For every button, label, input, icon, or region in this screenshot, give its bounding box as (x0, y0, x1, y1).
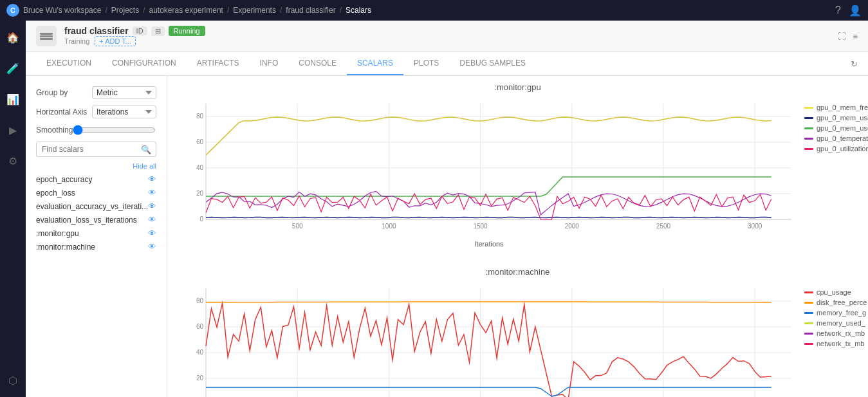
machine-legend-label-mem-free: memory_free_g (817, 309, 866, 317)
sidebar-models-icon[interactable]: ▶ (3, 120, 23, 140)
gpu-legend-label-temp: gpu_0_temperatur (817, 134, 868, 142)
tab-configuration[interactable]: CONFIGURATION (102, 52, 187, 75)
visibility-icon-eval-loss[interactable]: 👁 (148, 215, 156, 225)
sep2: / (143, 6, 145, 15)
refresh-icon[interactable]: ↻ (851, 59, 858, 69)
logo[interactable]: C (6, 4, 19, 17)
sidebar-pipelines-icon[interactable]: ⚙ (3, 151, 23, 171)
smoothing-controls: 0 (73, 125, 167, 135)
breadcrumb-experiment[interactable]: autokeras experiment (149, 6, 223, 15)
sidebar-experiments-icon[interactable]: 🧪 (3, 58, 23, 78)
tab-artifacts[interactable]: ARTIFACTS (187, 52, 250, 75)
gpu-legend-label-mem-usag: gpu_0_mem_usag (817, 114, 868, 122)
sep1: / (105, 6, 107, 15)
breadcrumb-experiments[interactable]: Experiments (233, 6, 276, 15)
gpu-legend-util: gpu_0_utilization (804, 145, 868, 152)
breadcrumb-projects[interactable]: Projects (111, 6, 139, 15)
tab-execution[interactable]: EXECUTION (36, 52, 102, 75)
gpu-legend-label-mem-used: gpu_0_mem_used (817, 124, 868, 132)
main-layout: 🏠 🧪 📊 ▶ ⚙ ⬡ fraud classifier ID ⊞ Runnin… (0, 21, 868, 397)
badge-id: ID (133, 26, 147, 35)
machine-legend-mem-used: memory_used_ (804, 319, 868, 327)
gpu-legend-color-mem-free (804, 107, 813, 109)
machine-chart-title: :monitor:machine (180, 267, 855, 277)
experiment-subtitle: Training (64, 37, 89, 45)
sep3: / (227, 6, 229, 15)
scalar-name-eval-accuracy: evaluation_accuracy_vs_iterati... (36, 202, 148, 211)
machine-legend-color-cpu (804, 291, 813, 293)
gpu-legend-color-util (804, 148, 813, 150)
tab-plots[interactable]: PLOTS (403, 52, 449, 75)
scalar-item-monitor-gpu: :monitor:gpu 👁 (36, 226, 156, 240)
header-bar: fraud classifier ID ⊞ Running Training +… (26, 21, 868, 52)
gpu-chart-section: :monitor:gpu Iterations gpu_0_mem_free_ (180, 82, 855, 248)
help-icon[interactable]: ? (835, 5, 841, 16)
chart-area: :monitor:gpu Iterations gpu_0_mem_free_ (167, 76, 868, 397)
group-by-row: Group by Metric None (36, 86, 156, 99)
sidebar-icons: 🏠 🧪 📊 ▶ ⚙ ⬡ (0, 21, 26, 397)
horizontal-axis-select[interactable]: Iterations Time Epochs (92, 106, 156, 118)
scalar-item-epoch-loss: epoch_loss 👁 (36, 186, 156, 199)
group-by-select[interactable]: Metric None (92, 86, 156, 99)
visibility-icon-monitor-machine[interactable]: 👁 (148, 242, 156, 252)
content-area: fraud classifier ID ⊞ Running Training +… (26, 21, 868, 397)
tab-scalars[interactable]: SCALARS (347, 52, 403, 75)
sep5: / (340, 6, 342, 15)
sidebar-home-icon[interactable]: 🏠 (3, 27, 23, 48)
sidebar-scalars-icon[interactable]: 📊 (3, 89, 23, 109)
breadcrumb-classifier[interactable]: fraud classifier (286, 6, 335, 15)
experiment-title: fraud classifier (64, 26, 129, 36)
scalar-name-eval-loss: evaluation_loss_vs_iterations (36, 216, 137, 225)
scalar-name-monitor-machine: :monitor:machine (36, 243, 95, 252)
user-icon[interactable]: 👤 (849, 5, 862, 17)
sidebar-github-icon[interactable]: ⬡ (3, 370, 23, 391)
tab-console[interactable]: CONSOLE (288, 52, 347, 75)
left-panel: Group by Metric None Horizontal Axis Ite… (26, 76, 167, 397)
gpu-legend-color-temp (804, 138, 813, 140)
visibility-icon-epoch-accuracy[interactable]: 👁 (148, 174, 156, 184)
machine-chart-wrapper: Iterations (180, 282, 798, 397)
gpu-legend-mem-used: gpu_0_mem_used (804, 124, 868, 132)
sep4: / (280, 6, 282, 15)
smoothing-row: Smoothing 0 (36, 125, 156, 135)
add-tag-button[interactable]: + ADD T... (95, 36, 136, 46)
gpu-chart-wrapper: Iterations (180, 97, 798, 248)
tabs-bar: EXECUTION CONFIGURATION ARTIFACTS INFO C… (26, 52, 868, 76)
experiment-icon (36, 26, 57, 46)
machine-legend-net-rx: network_rx_mb (804, 329, 868, 337)
menu-icon[interactable]: ≡ (853, 32, 858, 41)
gpu-legend-mem-free: gpu_0_mem_free_ (804, 104, 868, 111)
status-badge: Running (169, 26, 205, 36)
scalar-name-epoch-accuracy: epoch_accuracy (36, 175, 92, 184)
scalar-item-epoch-accuracy: epoch_accuracy 👁 (36, 172, 156, 186)
fullscreen-icon[interactable]: ⛶ (838, 32, 846, 41)
gpu-legend-mem-usag: gpu_0_mem_usag (804, 114, 868, 122)
gpu-legend-color-mem-usag (804, 117, 813, 119)
machine-legend-color-disk (804, 302, 813, 304)
gpu-chart-title: :monitor:gpu (180, 82, 855, 92)
tab-debug-samples[interactable]: DEBUG SAMPLES (449, 52, 536, 75)
visibility-icon-monitor-gpu[interactable]: 👁 (148, 228, 156, 238)
machine-legend: cpu_usage disk_free_perce memory_free_g (804, 282, 868, 347)
gpu-x-label: Iterations (180, 240, 798, 248)
machine-legend-label-mem-used: memory_used_ (817, 319, 865, 327)
breadcrumb-workspace[interactable]: Bruce Wu's workspace (23, 6, 101, 15)
machine-legend-label-disk: disk_free_perce (817, 299, 867, 306)
scalar-name-monitor-gpu: :monitor:gpu (36, 229, 79, 238)
search-input[interactable] (36, 142, 156, 157)
machine-legend-disk: disk_free_perce (804, 299, 868, 306)
tab-info[interactable]: INFO (250, 52, 289, 75)
breadcrumb-scalars: Scalars (346, 6, 371, 15)
visibility-icon-eval-accuracy[interactable]: 👁 (148, 201, 156, 211)
visibility-icon-epoch-loss[interactable]: 👁 (148, 188, 156, 198)
smoothing-slider[interactable] (73, 125, 156, 135)
gpu-chart-container: Iterations gpu_0_mem_free_ gpu_0_mem_usa… (180, 97, 855, 248)
machine-legend-net-tx: network_tx_mb (804, 340, 868, 347)
machine-legend-color-net-rx (804, 333, 813, 335)
scalar-item-eval-accuracy: evaluation_accuracy_vs_iterati... 👁 (36, 199, 156, 213)
gpu-legend-label-mem-free: gpu_0_mem_free_ (817, 104, 868, 111)
breadcrumb-area: C Bruce Wu's workspace / Projects / auto… (6, 4, 371, 17)
search-icon: 🔍 (141, 145, 151, 154)
hide-all-button[interactable]: Hide all (133, 162, 156, 170)
smoothing-label: Smoothing (36, 125, 73, 134)
